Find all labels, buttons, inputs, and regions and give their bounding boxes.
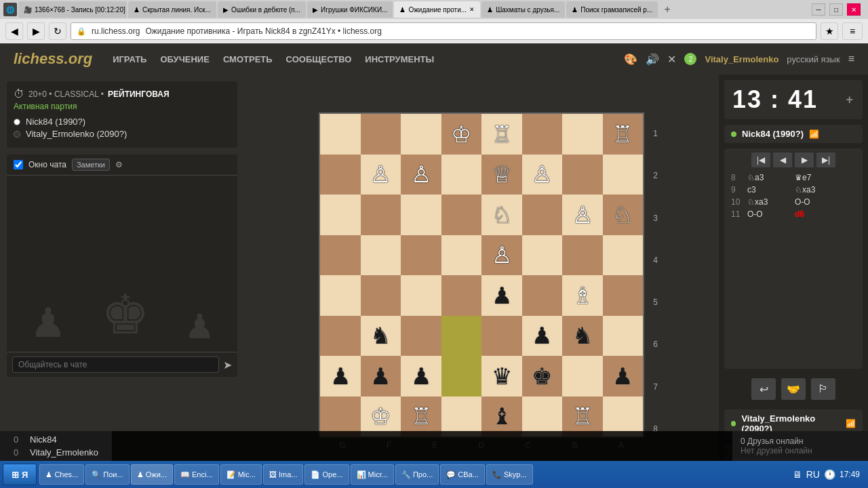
board-cell[interactable] — [522, 235, 563, 276]
board-cell[interactable]: ♟ — [361, 356, 401, 396]
chess-piece[interactable]: ♖ — [411, 405, 431, 428]
move-prev-button[interactable]: ◀ — [773, 152, 792, 167]
taskbar-item-mic[interactable]: 📝 Mic... — [220, 464, 262, 485]
chess-piece[interactable]: ♙ — [532, 163, 552, 186]
chat-checkbox[interactable] — [14, 160, 23, 169]
board-cell[interactable] — [361, 195, 401, 235]
tab-search-games[interactable]: ♟ Поиск грамзаписей р... — [566, 1, 658, 18]
board-cell[interactable]: ♙ — [481, 235, 522, 276]
board-cell[interactable] — [401, 275, 441, 316]
tab-hidden-line[interactable]: ♟ Скрытая линия. Иск... — [128, 1, 216, 18]
nav-watch[interactable]: СМОТРЕТЬ — [223, 54, 273, 64]
board-cell[interactable]: ♙ — [361, 155, 401, 195]
taskbar-item-ima[interactable]: 🖼 Ima... — [263, 464, 304, 485]
board-cell[interactable] — [401, 195, 441, 235]
chess-piece[interactable]: ♗ — [572, 284, 593, 307]
board-cell[interactable] — [320, 316, 361, 357]
tray-clock-icon[interactable]: 🕐 — [824, 469, 835, 480]
chess-piece[interactable]: ♔ — [370, 405, 391, 428]
chess-piece[interactable]: ♞ — [572, 324, 593, 347]
board-cell[interactable]: ♗ — [562, 275, 603, 316]
board-cell[interactable] — [603, 316, 644, 357]
notification-badge[interactable]: 2 — [684, 53, 696, 65]
board-cell[interactable]: ♟ — [603, 356, 644, 396]
chess-piece[interactable]: ♟ — [612, 365, 633, 388]
board-cell[interactable]: ♙ — [562, 195, 603, 235]
board-cell[interactable]: ♖ — [603, 114, 644, 155]
taskbar-item-enci[interactable]: 📖 Enci... — [174, 464, 219, 485]
board-cell[interactable] — [361, 114, 401, 155]
board-cell[interactable] — [320, 195, 361, 235]
chess-piece[interactable]: ♟ — [532, 324, 552, 347]
board-cell[interactable] — [603, 275, 644, 316]
board-cell[interactable]: ♞ — [361, 316, 401, 357]
user-name[interactable]: Vitaly_Ermolenko — [705, 54, 778, 64]
chess-piece[interactable]: ♛ — [492, 365, 512, 388]
back-button[interactable]: ◀ — [5, 22, 23, 40]
chess-piece[interactable]: ♟ — [411, 365, 431, 388]
board-cell[interactable]: ♟ — [320, 356, 361, 396]
board-cell[interactable] — [361, 235, 401, 276]
board-cell[interactable] — [441, 195, 482, 235]
chess-piece[interactable]: ♚ — [532, 365, 552, 388]
lang-selector[interactable]: русский язык — [787, 54, 840, 64]
new-tab-button[interactable]: + — [659, 1, 675, 18]
taskbar-item-chess[interactable]: ♟ Ches... — [39, 464, 84, 485]
chess-piece[interactable]: ♙ — [370, 163, 391, 186]
browser-icon[interactable]: 🌐 — [3, 3, 17, 16]
chess-piece[interactable]: ♖ — [572, 405, 593, 428]
menu-button[interactable]: ≡ — [842, 22, 863, 40]
taskbar-item-skyp[interactable]: 📞 Skyp... — [486, 464, 533, 485]
bookmark-button[interactable]: ★ — [821, 22, 838, 40]
hamburger-icon[interactable]: ≡ — [848, 53, 854, 65]
chess-piece[interactable]: ♔ — [451, 123, 471, 146]
chat-input[interactable] — [12, 357, 219, 373]
chess-piece[interactable]: ♟ — [330, 365, 351, 388]
forward-button[interactable]: ▶ — [27, 22, 45, 40]
timer-plus-1[interactable]: + — [846, 93, 854, 107]
board-cell[interactable]: ♕ — [481, 155, 522, 195]
gear-icon[interactable]: ⚙ — [115, 160, 123, 169]
tab-chess-friends[interactable]: ♟ Шахматы с друзья... — [481, 1, 565, 18]
board-cell[interactable]: ♙ — [401, 155, 441, 195]
board-cell[interactable] — [562, 356, 603, 396]
board-cell[interactable] — [401, 114, 441, 155]
board-cell[interactable] — [522, 275, 563, 316]
chess-piece[interactable]: ♘ — [492, 203, 512, 226]
board-cell[interactable] — [562, 114, 603, 155]
move-first-button[interactable]: |◀ — [751, 152, 770, 167]
chess-piece[interactable]: ♖ — [612, 123, 633, 146]
board-cell[interactable] — [441, 275, 482, 316]
tab-fixiki[interactable]: ▶ Игрушки ФИКСИКИ... — [307, 1, 393, 18]
start-button[interactable]: ⊞ Я — [3, 464, 37, 485]
board-cell[interactable] — [320, 114, 361, 155]
taskbar-item-pro[interactable]: 🔧 Про... — [395, 464, 439, 485]
tab-recording[interactable]: 🎥 1366×768 - Запись [00:12:20] — [18, 1, 127, 18]
tray-desktop-icon[interactable]: 🖥 — [793, 469, 802, 480]
board-cell[interactable] — [481, 316, 522, 357]
chess-piece[interactable]: ♟ — [492, 284, 512, 307]
move-last-button[interactable]: ▶| — [816, 152, 835, 167]
board-cell[interactable] — [441, 235, 482, 276]
board-cell[interactable]: ♘ — [603, 195, 644, 235]
taskbar-item-micr[interactable]: 📊 Micr... — [351, 464, 394, 485]
board-cell[interactable]: ♟ — [522, 316, 563, 357]
move-row[interactable]: 11O-Od6 — [728, 208, 859, 220]
window-maximize-button[interactable]: □ — [829, 3, 843, 16]
board-cell[interactable]: ♙ — [522, 155, 563, 195]
move-row[interactable]: 10♘xa3O-O — [728, 196, 859, 208]
chess-piece[interactable]: ♞ — [370, 324, 391, 347]
tray-ru-label[interactable]: RU — [806, 469, 820, 480]
chess-piece[interactable]: ♕ — [492, 163, 512, 186]
chess-piece[interactable]: ♙ — [492, 243, 512, 266]
board-cell[interactable] — [320, 235, 361, 276]
nav-community[interactable]: СООБЩЕСТВО — [286, 54, 352, 64]
chess-piece[interactable]: ♘ — [612, 203, 633, 226]
offer-draw-button[interactable]: 🤝 — [781, 378, 806, 400]
board-cell[interactable] — [441, 356, 482, 396]
board-cell[interactable] — [401, 316, 441, 357]
notes-button[interactable]: Заметки — [72, 159, 110, 171]
move-next-button[interactable]: ▶ — [795, 152, 814, 167]
undo-button[interactable]: ↩ — [751, 378, 776, 400]
nav-tools[interactable]: ИНСТРУМЕНТЫ — [365, 54, 434, 64]
